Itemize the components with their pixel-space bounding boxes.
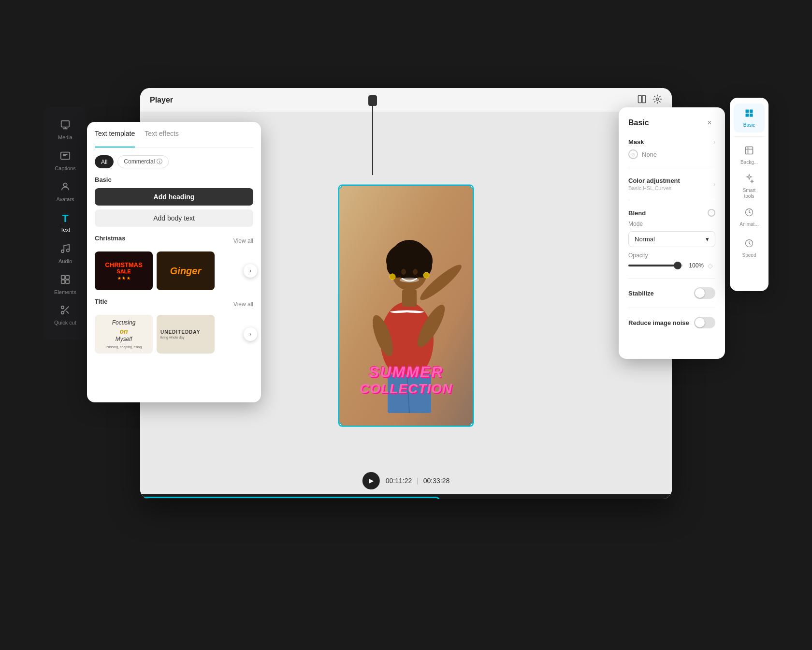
svg-rect-38 (746, 114, 749, 117)
tab-text-effects[interactable]: Text effects (145, 130, 179, 141)
svg-point-3 (61, 250, 64, 252)
tab-text-template[interactable]: Text template (95, 130, 135, 141)
svg-rect-0 (61, 120, 70, 127)
right-tool-background-label: Backg... (740, 160, 758, 165)
christmas-section-title: Christmas (95, 235, 126, 242)
selection-handle-br[interactable] (470, 423, 474, 427)
christmas-next-button[interactable]: › (244, 264, 257, 278)
blend-header-row: Blend (628, 209, 715, 217)
sidebar-item-label-audio: Audio (58, 258, 72, 264)
right-sidebar-separator-1 (734, 136, 765, 137)
basic-grid-icon (744, 108, 754, 120)
opacity-value: 100% (687, 262, 704, 269)
summer-collection-text: SUMMER COLLECTION (339, 363, 473, 397)
player-header-icons (637, 94, 662, 106)
right-tool-animate[interactable]: Animat... (734, 203, 765, 232)
reduce-noise-toggle[interactable] (694, 317, 715, 328)
svg-rect-37 (750, 110, 753, 113)
basic-panel-close-button[interactable]: × (704, 117, 715, 129)
opacity-slider[interactable] (628, 265, 683, 266)
player-timeline-controls: 00:11:22 | 00:33:28 (362, 472, 450, 489)
timeline-strip (140, 494, 672, 499)
mask-row: Mask › (628, 138, 715, 146)
right-sidebar: Basic Backg... Smarttools (730, 98, 768, 291)
background-icon (744, 146, 754, 158)
svg-point-35 (400, 278, 419, 282)
blend-mode-select[interactable]: Normal ▾ (628, 231, 715, 247)
basic-panel-header: Basic × (628, 117, 715, 129)
stabilize-toggle[interactable] (694, 287, 715, 299)
add-body-text-button[interactable]: Add body text (95, 209, 253, 227)
svg-rect-40 (746, 147, 753, 154)
title-section-title: Title (95, 298, 108, 305)
section-basic-title: Basic (95, 176, 253, 183)
svg-point-29 (413, 269, 418, 275)
christmas-view-all[interactable]: View all (233, 237, 253, 244)
mask-chevron-icon: › (713, 139, 715, 146)
sidebar-item-elements[interactable]: Elements (48, 270, 82, 299)
avatars-icon (60, 181, 71, 194)
sidebar-item-label-quick-cut: Quick cut (54, 320, 76, 326)
blend-checkbox[interactable] (708, 209, 715, 217)
stabilize-label: Stabilize (628, 290, 654, 297)
right-tool-smart-tools-label: Smarttools (743, 188, 756, 199)
unedited-template[interactable]: UNEDITEDDAY living whole day (157, 315, 215, 354)
elements-icon (60, 274, 71, 287)
filter-commercial[interactable]: Commercial ⓘ (117, 155, 168, 168)
right-tool-background[interactable]: Backg... (734, 141, 765, 170)
focusing-template[interactable]: Focusing on Myself Pushing, shaping, ris… (95, 315, 153, 354)
right-tool-basic[interactable]: Basic (734, 103, 765, 133)
christmas-section-header: Christmas View all (95, 235, 253, 247)
title-next-button[interactable]: › (244, 327, 257, 341)
svg-point-34 (423, 272, 429, 278)
time-current: 00:11:22 | 00:33:28 (386, 477, 450, 485)
playhead-line (372, 95, 373, 175)
summer-label: SUMMER (339, 363, 473, 381)
right-tool-animate-label: Animat... (740, 222, 758, 227)
blend-label: Blend (628, 209, 646, 217)
svg-point-9 (61, 306, 64, 309)
svg-rect-6 (66, 275, 69, 279)
title-view-all[interactable]: View all (233, 301, 253, 308)
ginger-template[interactable]: Ginger (157, 251, 215, 290)
sidebar-item-avatars[interactable]: Avatars (48, 177, 82, 206)
right-tool-smart-tools[interactable]: Smarttools (734, 172, 765, 201)
smart-tools-icon (744, 174, 754, 186)
sidebar-item-audio[interactable]: Audio (48, 239, 82, 268)
text-icon: T (62, 212, 68, 225)
color-adj-row[interactable]: Color adjustment Basic,HSL,Curves › (628, 177, 715, 191)
sidebar-item-quick-cut[interactable]: Quick cut (48, 301, 82, 330)
color-adjustment-section: Color adjustment Basic,HSL,Curves › (628, 177, 715, 200)
audio-icon (60, 243, 71, 256)
layout-icon[interactable] (637, 94, 647, 106)
sidebar-item-media[interactable]: Media (48, 115, 82, 144)
svg-point-27 (392, 240, 426, 267)
mask-section: Mask › ⊘ None (628, 138, 715, 168)
christmas-sale-text: CHRISTMAS SALE ★ ★ ★ (105, 261, 142, 281)
focusing-text: Focusing on Myself Pushing, shaping, ris… (106, 319, 142, 349)
add-heading-button[interactable]: Add heading (95, 188, 253, 206)
blend-mode-value: Normal (635, 236, 655, 243)
sidebar-item-captions[interactable]: Captions (48, 146, 82, 175)
sidebar-item-text[interactable]: T Text (48, 208, 82, 237)
mask-value: None (642, 151, 657, 158)
title-section-header: Title View all (95, 298, 253, 310)
blend-section: Blend Mode Normal ▾ Opacity 100% ◇ (628, 209, 715, 279)
right-tool-speed-label: Speed (742, 252, 756, 258)
player-header: Player (140, 88, 672, 112)
settings-icon[interactable] (652, 94, 662, 106)
reduce-noise-row: Reduce image noise (628, 317, 715, 328)
svg-point-2 (63, 183, 67, 186)
filter-all[interactable]: All (95, 155, 114, 168)
play-button[interactable] (362, 472, 380, 489)
right-tool-speed[interactable]: Speed (734, 234, 765, 263)
svg-rect-19 (413, 307, 419, 331)
svg-point-28 (401, 269, 406, 275)
color-adj-chevron-icon: › (713, 181, 715, 188)
opacity-reset-icon[interactable]: ◇ (708, 262, 715, 269)
mask-none-icon: ⊘ (628, 149, 638, 159)
title-template-grid: Focusing on Myself Pushing, shaping, ris… (95, 315, 253, 354)
christmas-sale-template[interactable]: CHRISTMAS SALE ★ ★ ★ (95, 251, 153, 290)
svg-rect-18 (395, 307, 401, 331)
captions-icon (60, 150, 71, 163)
